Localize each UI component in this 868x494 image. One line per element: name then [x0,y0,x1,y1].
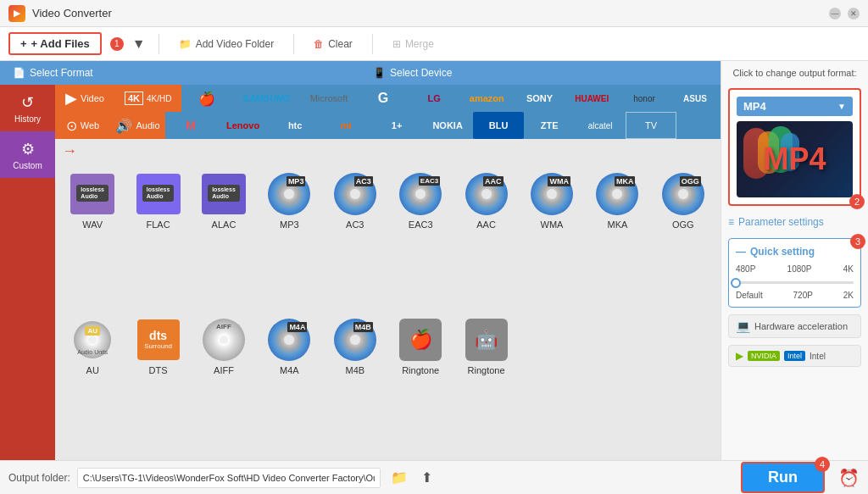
left-panel: 📄 Select Format 📱 Select Device ↺ Histor… [0,61,721,460]
format-item-ringtone-android[interactable]: 🤖 Ringtone [455,313,516,454]
format-item-ogg[interactable]: OGG OGG [653,167,714,308]
flac-format-icon: losslessAudio [135,170,182,218]
tab-htc[interactable]: htc [270,112,320,139]
output-folder-label: Output folder: [8,472,70,484]
format-item-m4a[interactable]: M4A M4A [259,313,320,454]
format-item-au[interactable]: AU Audio Units AU [62,313,123,454]
tab-amazon[interactable]: amazon [459,85,514,112]
tab-honor[interactable]: honor [619,85,670,112]
device-tabs-row-2: ⊙ Web 🔊 Audio M Lenovo htc mi 1+ NOKIA B… [55,112,721,139]
format-item-alac[interactable]: losslessAudio ALAC [193,167,254,308]
slider-thumb[interactable] [731,278,741,288]
tab-asus[interactable]: ASUS [670,85,721,112]
merge-icon: ⊞ [392,38,401,50]
format-item-ac3[interactable]: AC3 AC3 [325,167,386,308]
format-item-m4b[interactable]: M4B M4B [325,313,386,454]
ac3-format-icon: AC3 [331,170,379,218]
mp4-preview[interactable]: MP4 [737,121,853,197]
format-item-aac[interactable]: AAC AAC [455,167,516,308]
tab-huawei[interactable]: HUAWEI [565,85,620,112]
output-format-title: Click to change output format: [728,68,861,78]
au-format-icon: AU Audio Units [69,316,116,364]
export-button[interactable]: ⬆ [418,469,436,486]
wma-format-icon: WMA [528,170,576,218]
add-files-badge: 1 [110,37,124,51]
tab-lg[interactable]: LG [409,85,459,112]
hardware-acceleration-button[interactable]: 💻 Hardware acceleration [728,314,861,338]
tab-sony[interactable]: SONY [515,85,565,112]
tab-tv[interactable]: TV [626,112,676,139]
nvidia-icon: ▶ [736,350,743,362]
sidebar-item-history[interactable]: ↺ History [0,85,55,131]
tab-blu[interactable]: BLU [473,112,524,139]
output-path-input[interactable] [77,468,381,488]
select-device-label: Select Device [390,67,452,79]
toolbar: + + Add Files 1 ▼ 📁 Add Video Folder 🗑 C… [0,27,868,61]
add-files-button[interactable]: + + Add Files [8,32,102,55]
dts-label: DTS [149,365,168,375]
output-format-select[interactable]: MP4 ▼ [737,97,853,116]
format-item-flac[interactable]: losslessAudio FLAC [127,167,188,308]
tab-motorola[interactable]: M [165,112,216,139]
dropdown-arrow[interactable]: ▼ [132,36,146,52]
format-item-mp3[interactable]: MP3 MP3 [259,167,320,308]
bottom-bar: Output folder: 📁 ⬆ Run 4 ⏰ [0,460,868,494]
add-files-label: + Add Files [31,37,90,50]
format-item-dts[interactable]: dts Surround DTS [127,313,188,454]
output-format-badge: 2 [849,194,865,209]
mp4-preview-text: MP4 [763,142,826,177]
gpu-badges: ▶ NVIDIA Intel Intel [728,345,861,367]
merge-button[interactable]: ⊞ Merge [386,35,441,53]
close-button[interactable]: ✕ [848,8,860,19]
device-icon: 📱 [373,67,386,79]
tab-zte[interactable]: ZTE [524,112,575,139]
ogg-label: OGG [672,219,694,230]
tab-oneplus[interactable]: 1+ [371,112,422,139]
mka-format-icon: MKA [593,170,641,218]
sidebar-item-custom[interactable]: ⚙ Custom [0,131,55,178]
format-grid-wrapper: ▶ Video 4K 4K/HD 🍎 SAMSUNG Microsoft G L… [55,85,721,460]
dts-format-icon: dts Surround [135,316,182,364]
title-bar: ▶ Video Converter — ✕ [0,0,868,27]
tab-apple[interactable]: 🍎 [181,85,232,112]
custom-label: Custom [13,161,42,170]
tab-web[interactable]: ⊙ Web [55,112,110,139]
quality-top-labels: 480P 1080P 4K [736,264,854,274]
quality-slider[interactable] [736,275,854,289]
parameter-settings-button[interactable]: ≡ Parameter settings [728,213,861,231]
format-item-ringtone-apple[interactable]: 🍎 Ringtone [390,313,451,454]
category-sidebar: ↺ History ⚙ Custom [0,85,55,460]
tab-alcatel[interactable]: alcatel [575,112,626,139]
tab-microsoft[interactable]: Microsoft [300,85,358,112]
tab-video[interactable]: ▶ Video [55,85,114,112]
history-label: History [14,114,41,124]
mp3-label: MP3 [280,219,299,230]
folder-icon: 📁 [179,38,192,50]
separator-2 [293,34,294,54]
browse-folder-button[interactable]: 📁 [387,469,411,486]
tab-samsung[interactable]: SAMSUNG [232,85,300,112]
mp3-format-icon: MP3 [265,170,313,218]
format-item-eac3[interactable]: EAC3 EAC3 [390,167,451,308]
tab-lenovo[interactable]: Lenovo [216,112,270,139]
run-button[interactable]: Run [741,462,825,493]
ringtone-android-label: Ringtone [468,365,505,375]
add-video-folder-button[interactable]: 📁 Add Video Folder [172,35,281,53]
format-item-wma[interactable]: WMA WMA [521,167,582,308]
alarm-button[interactable]: ⏰ [838,468,860,488]
tab-audio[interactable]: 🔊 Audio [110,112,165,139]
tab-nokia[interactable]: NOKIA [422,112,473,139]
tab-google[interactable]: G [358,85,409,112]
ringtone-apple-label: Ringtone [402,365,439,375]
eac3-format-icon: EAC3 [397,170,444,218]
tab-4khd[interactable]: 4K 4K/HD [114,85,182,112]
ogg-format-icon: OGG [659,170,707,218]
minimize-button[interactable]: — [829,8,841,19]
tab-mi[interactable]: mi [320,112,371,139]
flac-label: FLAC [147,219,170,230]
format-item-mka[interactable]: MKA MKA [587,167,648,308]
wav-label: WAV [82,219,103,230]
format-item-wav[interactable]: losslessAudio WAV [62,167,123,308]
clear-button[interactable]: 🗑 Clear [307,35,359,53]
format-item-aiff[interactable]: AIFF AIFF [193,313,254,454]
